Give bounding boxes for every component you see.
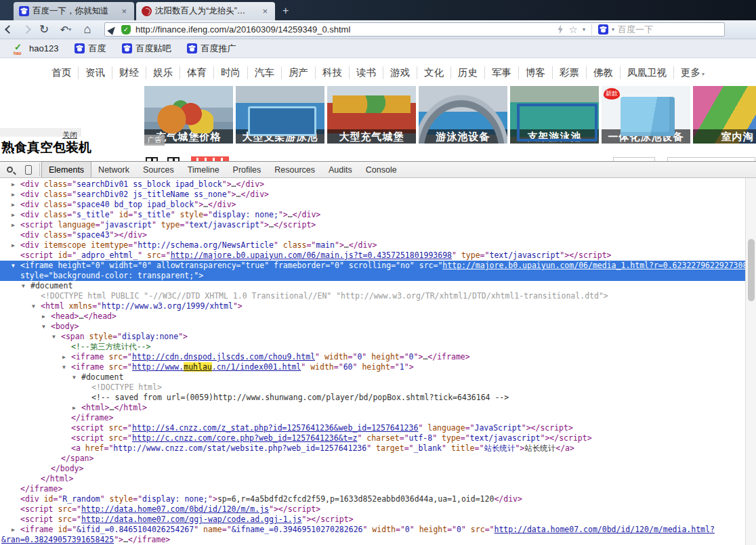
dom-tree-row[interactable]: ▼<iframe height="0" widht="0" allowtrans…: [0, 261, 745, 271]
dom-tree-row[interactable]: ▼<body>: [0, 322, 745, 332]
dom-tree-row[interactable]: ▼<span style="display:none">: [0, 332, 745, 342]
dom-tree-row[interactable]: </span>: [0, 454, 745, 464]
ad-image[interactable]: 室内淘: [693, 86, 756, 144]
new-tab-button[interactable]: +: [277, 5, 295, 20]
nav-link[interactable]: 汽车: [247, 66, 281, 79]
expand-arrow-open-icon[interactable]: ▼: [42, 322, 45, 332]
expand-arrow-closed-icon[interactable]: ▶: [62, 352, 66, 362]
nav-link[interactable]: 时尚: [213, 66, 247, 79]
expand-arrow-closed-icon[interactable]: ▶: [12, 220, 15, 230]
dom-tree-row[interactable]: ▶<div class="space40 bd_top ipad_block">…: [0, 200, 745, 210]
devtools-tab-sources[interactable]: Sources: [136, 162, 181, 177]
nav-more-link[interactable]: 更多▾: [673, 66, 711, 79]
expand-arrow-open-icon[interactable]: ▼: [12, 261, 15, 271]
ad-image[interactable]: 大型充气城堡: [327, 86, 416, 144]
tab-close-icon[interactable]: ×: [260, 6, 270, 16]
dom-tree-row[interactable]: ▶<iframe id="&ifid_=0.8465104026254267" …: [0, 525, 745, 535]
refresh-button[interactable]: ↻: [35, 22, 53, 38]
security-shield-icon[interactable]: ✓: [121, 25, 131, 35]
search-box[interactable]: ▾ 百度一下: [598, 24, 720, 36]
nav-link[interactable]: 科技: [315, 66, 349, 79]
expand-arrow-closed-icon[interactable]: ▶: [42, 311, 45, 322]
nav-link[interactable]: 军事: [484, 66, 518, 79]
browser-tab[interactable]: 沈阳数百人为“龙抬头”…×: [136, 2, 275, 20]
expand-arrow-open-icon[interactable]: ▼: [22, 281, 25, 291]
url-text[interactable]: http://finance.ifeng.com/a/20160309/1425…: [135, 24, 350, 35]
dom-tree-row[interactable]: <a href="http://www.cnzz.com/stat/websit…: [0, 443, 745, 454]
dom-tree-row[interactable]: <script src="http://s4.cnzz.com/z_stat.p…: [0, 423, 745, 433]
search-placeholder[interactable]: 百度一下: [618, 24, 653, 36]
dom-tree-row[interactable]: ▶<div itemscope itemtype="http://schema.…: [0, 240, 745, 250]
browser-tab[interactable]: 百度一下，你就知道×: [14, 2, 134, 20]
nav-link[interactable]: 彩票: [552, 66, 586, 79]
dom-tree-row[interactable]: <!DOCTYPE html PUBLIC "-//W3C//DTD XHTML…: [0, 291, 745, 301]
devtools-tab-audits[interactable]: Audits: [322, 162, 359, 177]
expand-arrow-closed-icon[interactable]: ▶: [12, 210, 15, 220]
bookmark-item[interactable]: ✓haohao123: [5, 39, 66, 58]
scrollbar-thumb[interactable]: [748, 239, 755, 301]
undo-button[interactable]: ↶▾: [53, 22, 79, 38]
expand-arrow-open-icon[interactable]: ▼: [72, 372, 76, 383]
dom-tree-row[interactable]: </body>: [0, 464, 745, 474]
dom-tree-row[interactable]: <!DOCTYPE html>: [0, 383, 745, 393]
bookmark-star-icon[interactable]: ☆: [569, 25, 578, 35]
expand-arrow-open-icon[interactable]: ▼: [32, 301, 35, 311]
dom-tree-row[interactable]: ▶<html>…</html>: [0, 403, 745, 413]
rocket-icon[interactable]: [107, 24, 117, 35]
float-ad-text[interactable]: 熟食真空包装机: [1, 139, 91, 156]
devtools-tab-timeline[interactable]: Timeline: [181, 162, 226, 177]
nav-link[interactable]: 娱乐: [146, 66, 180, 79]
ad-image[interactable]: 新款一体化泳池设备: [602, 86, 690, 144]
dom-tree-row[interactable]: <script id="_adpro_ehtml_" src="http://m…: [0, 250, 745, 261]
tab-close-icon[interactable]: ×: [119, 6, 129, 16]
dom-tree-row[interactable]: <div class="space43"></div>: [0, 230, 745, 240]
nav-link[interactable]: 财经: [112, 66, 146, 79]
dom-tree-row[interactable]: ▼#document: [0, 372, 745, 383]
expand-arrow-closed-icon[interactable]: ▶: [12, 240, 15, 250]
expand-arrow-closed-icon[interactable]: ▶: [12, 179, 15, 190]
ad-image[interactable]: 游泳池设备: [419, 86, 507, 144]
devtools-tab-resources[interactable]: Resources: [268, 162, 322, 177]
dom-tree-row[interactable]: ▶<script language="javascript" type="tex…: [0, 220, 745, 230]
nav-link[interactable]: 首页: [45, 66, 78, 79]
dom-tree-row[interactable]: <div id="R_random" style="display: none;…: [0, 494, 745, 504]
nav-link[interactable]: 佛教: [586, 66, 620, 79]
dom-tree-row[interactable]: </iframe>: [0, 413, 745, 423]
nav-link[interactable]: 体育: [180, 66, 213, 79]
home-button[interactable]: ⌂: [79, 22, 96, 38]
devtools-tab-profiles[interactable]: Profiles: [226, 162, 268, 177]
expand-arrow-closed-icon[interactable]: ▶: [12, 200, 15, 210]
dom-tree-row[interactable]: <script src="http://c.cnzz.com/core.php?…: [0, 433, 745, 443]
nav-link[interactable]: 读书: [349, 66, 383, 79]
dom-tree-row[interactable]: <!-- saved from url=(0059)http://www.shu…: [0, 393, 745, 403]
nav-link[interactable]: 游戏: [383, 66, 417, 79]
forward-button[interactable]: [18, 22, 35, 38]
devtools-tab-elements[interactable]: Elements: [41, 162, 91, 177]
expand-arrow-open-icon[interactable]: ▼: [52, 332, 56, 342]
dom-tree-row[interactable]: ▼<html xmlns="http://www.w3.org/1999/xht…: [0, 301, 745, 311]
nav-link[interactable]: 资讯: [78, 66, 112, 79]
dom-tree-row[interactable]: <!--第三方统计代-->: [0, 342, 745, 352]
dom-tree-row[interactable]: <script src="http://data.home07.com/ggj-…: [0, 515, 745, 525]
close-ad-link[interactable]: 关闭: [62, 131, 81, 139]
nav-link[interactable]: 房产: [281, 66, 315, 79]
expand-arrow-closed-icon[interactable]: ▶: [12, 525, 15, 535]
inspect-element-button[interactable]: [0, 162, 19, 177]
devtools-scrollbar[interactable]: [745, 178, 756, 545]
expand-arrow-closed-icon[interactable]: ▶: [12, 190, 15, 200]
dom-tree-row[interactable]: ▶<div class="searchDiv02 js_titleName ss…: [0, 190, 745, 200]
nav-link[interactable]: 历史: [450, 66, 484, 79]
dom-tree-row[interactable]: <script src="http://data.home07.com/0bd/…: [0, 504, 745, 515]
dom-tree-row[interactable]: </html>: [0, 474, 745, 484]
nav-link[interactable]: 文化: [417, 66, 450, 79]
dom-tree-row[interactable]: ▼#document: [0, 281, 745, 291]
expand-arrow-open-icon[interactable]: ▼: [62, 362, 66, 372]
ad-image[interactable]: 支架游泳池: [510, 86, 599, 144]
bookmark-item[interactable]: 百度贴吧: [114, 39, 179, 58]
chevron-down-icon[interactable]: ▾: [583, 26, 585, 32]
dom-tree-row[interactable]: ▶<iframe src="http://cdn.dnspod.jlscds.c…: [0, 352, 745, 362]
bookmark-item[interactable]: 百度: [66, 39, 114, 58]
dom-tree-row[interactable]: ▶<div class="searchDiv01 ss_block ipad_b…: [0, 179, 745, 190]
bookmark-item[interactable]: 百度推广: [179, 39, 244, 58]
dom-tree-row[interactable]: ▶<div class="s_title" id="s_title" style…: [0, 210, 745, 220]
